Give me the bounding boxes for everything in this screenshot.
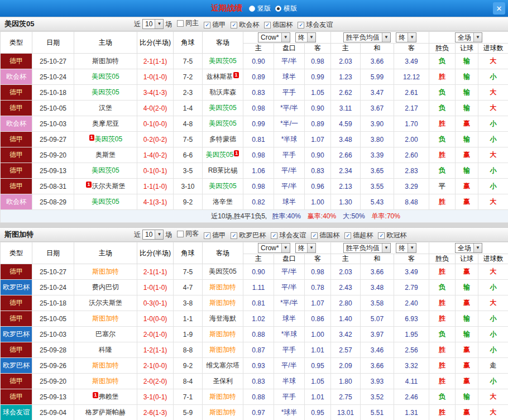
average-select[interactable]: 胜平负均值▼ [343, 243, 391, 253]
team-name-text: 沃尔夫斯堡 [92, 182, 126, 190]
home-team[interactable]: 费内巴切 [74, 280, 137, 295]
match-count-select[interactable]: 10▼ [142, 230, 164, 240]
filter-checkbox-德国杯[interactable]: ✓德国杯 [264, 20, 293, 30]
goals-result-cell: 大 [478, 389, 508, 405]
home-team[interactable]: 美因茨05 [74, 194, 137, 210]
filter-checkbox-欧冠杯[interactable]: ✓欧冠杯 [378, 231, 406, 240]
odds-stage-select[interactable]: 终▼ [295, 32, 316, 42]
away-team[interactable]: 斯图加特 [203, 405, 243, 420]
home-team[interactable]: 斯图加特 [74, 358, 137, 374]
away-team[interactable]: 美因茨05 [203, 116, 243, 132]
asian-odds-away: 1.00 [305, 194, 331, 210]
home-team[interactable]: 奥摩尼亚 [74, 116, 137, 132]
match-score: 2-0(2-0) [137, 374, 174, 389]
filter-checkbox-球会友谊[interactable]: ✓球会友谊 [271, 231, 306, 240]
away-team[interactable]: 美因茨05 [203, 101, 243, 116]
home-team[interactable]: 斯图加特 [74, 264, 137, 280]
away-team[interactable]: 斯图加特 [203, 280, 243, 295]
average-stage-select[interactable]: 终▼ [396, 32, 416, 42]
close-button[interactable]: ✕ [493, 2, 505, 15]
result-cell: 负 [429, 85, 456, 101]
home-team[interactable]: 1美因茨05 [74, 132, 137, 147]
chevron-down-icon: ▼ [155, 230, 163, 239]
home-team[interactable]: 1沃尔夫斯堡 [74, 179, 137, 194]
goals-result-cell: 小 [478, 280, 508, 295]
avg-odds-away: 2.46 [394, 389, 429, 405]
home-team[interactable]: 美因茨05 [74, 163, 137, 179]
summary-stat: 赢率:40% [308, 212, 336, 220]
radio-icon [249, 6, 255, 12]
asian-odds-line: 平/半 [274, 54, 305, 69]
home-team[interactable]: 汉堡 [74, 101, 137, 116]
match-count-select[interactable]: 10▼ [142, 19, 164, 29]
away-team[interactable]: 维戈塞尔塔 [203, 358, 243, 374]
home-team[interactable]: 科隆 [74, 342, 137, 358]
home-team[interactable]: 沃尔夫斯堡 [74, 295, 137, 311]
filter-checkbox-欧罗巴杯[interactable]: ✓欧罗巴杯 [231, 231, 266, 240]
team-name-text: 圣保利 [213, 377, 233, 385]
mainz-section-header: 美因茨05 近 10▼ 场 同主✓德甲✓欧会杯✓德国杯✓球会友谊 [0, 17, 508, 31]
corner-count: 1-9 [174, 327, 203, 342]
away-team[interactable]: RB莱比锡 [203, 163, 243, 179]
chevron-down-icon: ▼ [281, 244, 290, 252]
filter-checkbox-德超杯[interactable]: ✓德超杯 [344, 231, 373, 240]
home-team[interactable]: 格罗萨斯帕赫 [74, 405, 137, 420]
goals-result-cell: 小 [478, 163, 508, 179]
home-team[interactable]: 奥斯堡 [74, 147, 137, 163]
match-date: 25-09-13 [32, 163, 74, 179]
home-team[interactable]: 斯图加特 [74, 54, 137, 69]
odds-stage-select[interactable]: 终▼ [295, 243, 316, 253]
average-stage-select[interactable]: 终▼ [396, 243, 416, 253]
away-team[interactable]: 斯图加特 [203, 389, 243, 405]
scope-select[interactable]: 全场▼ [455, 243, 482, 253]
filter-checkbox-德国杯[interactable]: ✓德国杯 [311, 231, 339, 240]
filter-checkbox-欧会杯[interactable]: ✓欧会杯 [231, 20, 259, 30]
away-team[interactable]: 美因茨05 [203, 264, 243, 280]
bookmaker-select[interactable]: Crow*▼ [258, 243, 290, 253]
match-date: 25-09-27 [32, 132, 74, 147]
avg-odds-home: 2.43 [331, 280, 361, 295]
home-team[interactable]: 1弗赖堡 [74, 389, 137, 405]
away-team[interactable]: 美因茨051 [203, 147, 243, 163]
dialog-title: 近期战绩 [211, 3, 242, 13]
home-team[interactable]: 巴塞尔 [74, 327, 137, 342]
match-score: 1-0(0-0) [137, 311, 174, 327]
checkbox-label: 德国杯 [319, 231, 339, 240]
avg-odds-away: 12.12 [394, 69, 429, 85]
radio-horizontal-layout[interactable]: 横版 [275, 4, 297, 13]
away-team[interactable]: 斯图加特 [203, 327, 243, 342]
filter-checkbox-德甲[interactable]: ✓德甲 [204, 231, 226, 240]
stuttgart-matches-table: 类型 日期 主场 比分(半场) 角球 客场 Crow*▼ 终▼ 胜平负均值▼ 终… [0, 242, 508, 420]
avg-odds-home: 2.62 [331, 85, 361, 101]
home-team[interactable]: 美因茨05 [74, 69, 137, 85]
match-score: 0-1(0-0) [137, 116, 174, 132]
col-odds-away: 客 [305, 254, 331, 264]
match-date: 25-10-05 [32, 101, 74, 116]
away-team[interactable]: 多特蒙德 [203, 132, 243, 147]
away-team[interactable]: 美因茨05 [203, 54, 243, 69]
red-card-badge: 1 [93, 392, 98, 398]
home-team[interactable]: 斯图加特 [74, 311, 137, 327]
away-team[interactable]: 兹林斯基1 [203, 69, 243, 85]
avg-odds-draw: 3.80 [361, 132, 394, 147]
scope-select[interactable]: 全场▼ [455, 32, 482, 42]
away-team[interactable]: 洛辛堡 [203, 194, 243, 210]
away-team[interactable]: 美因茨05 [203, 179, 243, 194]
home-team[interactable]: 斯图加特 [74, 374, 137, 389]
team-name-text: 美因茨05 [209, 268, 236, 275]
away-team[interactable]: 勒沃库森 [203, 85, 243, 101]
average-select[interactable]: 胜平负均值▼ [343, 32, 391, 42]
home-team[interactable]: 美因茨05 [74, 85, 137, 101]
filter-checkbox-德甲[interactable]: ✓德甲 [204, 20, 226, 30]
bookmaker-select[interactable]: Crow*▼ [258, 32, 290, 42]
radio-vertical-layout[interactable]: 竖版 [249, 4, 271, 13]
away-team[interactable]: 海登海默 [203, 311, 243, 327]
avg-odds-home: 13.01 [331, 405, 361, 420]
away-team[interactable]: 圣保利 [203, 374, 243, 389]
away-team[interactable]: 斯图加特 [203, 342, 243, 358]
away-team[interactable]: 斯图加特 [203, 295, 243, 311]
filter-checkbox-球会友谊[interactable]: ✓球会友谊 [298, 20, 333, 30]
filter-checkbox-同客[interactable]: 同客 [177, 229, 199, 238]
scope-group-header: 全场▼ [429, 242, 508, 254]
filter-checkbox-同主[interactable]: 同主 [177, 18, 199, 28]
